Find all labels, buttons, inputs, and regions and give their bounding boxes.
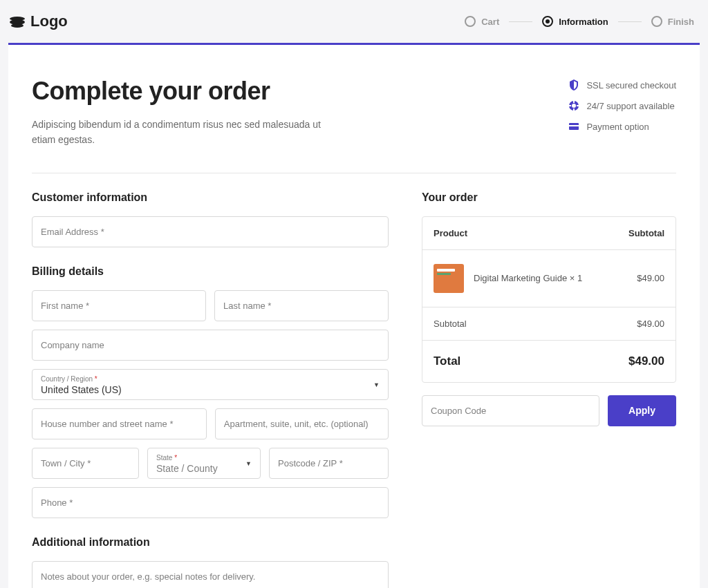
svg-rect-6 bbox=[573, 108, 575, 111]
order-header-row: Product Subtotal bbox=[422, 217, 676, 250]
zip-input[interactable] bbox=[278, 458, 380, 468]
chevron-down-icon: ▼ bbox=[373, 381, 380, 388]
order-total-row: Total $49.00 bbox=[422, 341, 676, 382]
apartment-input[interactable] bbox=[224, 419, 380, 429]
trust-support: 24/7 support available bbox=[568, 100, 676, 111]
step-cart[interactable]: Cart bbox=[465, 16, 499, 27]
first-name-field[interactable] bbox=[32, 290, 206, 321]
step-divider bbox=[618, 21, 642, 22]
order-heading: Your order bbox=[422, 191, 676, 204]
page-body: Complete your order Adipiscing bibendum … bbox=[8, 45, 700, 588]
step-label: Cart bbox=[481, 17, 499, 27]
product-name: Digital Marketing Guide × 1 bbox=[474, 273, 582, 283]
page-description: Adipiscing bibendum id a condimentum ris… bbox=[32, 117, 322, 148]
card-icon bbox=[568, 121, 579, 132]
step-circle-icon bbox=[651, 16, 662, 27]
svg-point-2 bbox=[11, 23, 24, 28]
city-input[interactable] bbox=[41, 458, 130, 468]
svg-rect-5 bbox=[573, 100, 575, 103]
additional-heading: Additional information bbox=[32, 536, 389, 549]
product-price: $49.00 bbox=[637, 273, 664, 283]
state-value: State / County bbox=[156, 463, 218, 474]
logo-text: Logo bbox=[30, 12, 68, 30]
customer-heading: Customer information bbox=[32, 191, 389, 204]
phone-field[interactable] bbox=[32, 487, 389, 518]
header: Logo Cart Information Finish bbox=[0, 0, 708, 43]
state-label: State * bbox=[156, 454, 252, 462]
trust-label: 24/7 support available bbox=[586, 101, 674, 111]
coupon-row: Apply bbox=[422, 395, 676, 426]
step-circle-icon bbox=[465, 16, 476, 27]
city-field[interactable] bbox=[32, 448, 139, 479]
svg-rect-10 bbox=[569, 125, 579, 126]
trust-payment: Payment option bbox=[568, 121, 676, 132]
total-value: $49.00 bbox=[628, 354, 664, 368]
checkout-steps: Cart Information Finish bbox=[465, 16, 694, 27]
trust-ssl: SSL secured checkout bbox=[568, 79, 676, 91]
order-head-product: Product bbox=[434, 228, 467, 238]
chevron-down-icon: ▼ bbox=[245, 460, 252, 467]
coupon-field[interactable] bbox=[422, 395, 599, 426]
hero: Complete your order Adipiscing bibendum … bbox=[32, 77, 322, 148]
coupon-input[interactable] bbox=[431, 406, 590, 416]
total-label: Total bbox=[434, 354, 460, 368]
page-title: Complete your order bbox=[32, 77, 322, 106]
state-select[interactable]: State * State / County ▼ bbox=[147, 448, 261, 479]
svg-point-4 bbox=[572, 104, 576, 108]
company-field[interactable] bbox=[32, 330, 389, 361]
order-head-subtotal: Subtotal bbox=[628, 228, 664, 238]
subtotal-value: $49.00 bbox=[637, 319, 664, 329]
last-name-field[interactable] bbox=[214, 290, 389, 321]
notes-field[interactable] bbox=[32, 561, 389, 588]
shield-icon bbox=[568, 79, 579, 91]
order-summary: Product Subtotal Digital Marketing Guide… bbox=[422, 216, 676, 383]
email-input[interactable] bbox=[41, 227, 380, 237]
trust-badges: SSL secured checkout 24/7 support availa… bbox=[568, 77, 676, 148]
street-input[interactable] bbox=[41, 419, 198, 429]
company-input[interactable] bbox=[41, 340, 380, 350]
product-thumbnail bbox=[434, 264, 464, 293]
support-icon bbox=[568, 100, 579, 111]
zip-field[interactable] bbox=[269, 448, 389, 479]
step-label: Finish bbox=[668, 17, 694, 27]
trust-label: Payment option bbox=[586, 122, 649, 132]
step-finish[interactable]: Finish bbox=[651, 16, 694, 27]
apartment-field[interactable] bbox=[215, 408, 389, 439]
divider bbox=[32, 173, 676, 173]
last-name-input[interactable] bbox=[223, 301, 380, 311]
step-divider bbox=[509, 21, 532, 22]
phone-input[interactable] bbox=[41, 497, 380, 508]
step-information[interactable]: Information bbox=[542, 16, 608, 27]
step-label: Information bbox=[559, 17, 608, 27]
apply-button[interactable]: Apply bbox=[608, 395, 676, 426]
country-value: United States (US) bbox=[41, 384, 122, 395]
billing-heading: Billing details bbox=[32, 265, 389, 278]
order-subtotal-row: Subtotal $49.00 bbox=[422, 307, 676, 341]
country-select[interactable]: Country / Region * United States (US) ▼ bbox=[32, 369, 389, 400]
svg-rect-7 bbox=[568, 105, 571, 106]
subtotal-label: Subtotal bbox=[434, 319, 467, 329]
svg-rect-8 bbox=[577, 105, 579, 106]
form-column: Customer information Billing details Cou… bbox=[32, 191, 389, 588]
email-field[interactable] bbox=[32, 216, 389, 247]
step-circle-active-icon bbox=[542, 16, 553, 27]
logo[interactable]: Logo bbox=[8, 12, 68, 30]
order-column: Your order Product Subtotal Digital Mark… bbox=[422, 191, 676, 588]
first-name-input[interactable] bbox=[41, 301, 197, 311]
country-label: Country / Region * bbox=[41, 375, 380, 383]
order-item-row: Digital Marketing Guide × 1 $49.00 bbox=[422, 250, 676, 307]
trust-label: SSL secured checkout bbox=[586, 80, 676, 91]
logo-icon bbox=[8, 12, 26, 30]
street-field[interactable] bbox=[32, 408, 207, 439]
notes-textarea[interactable] bbox=[41, 571, 380, 582]
